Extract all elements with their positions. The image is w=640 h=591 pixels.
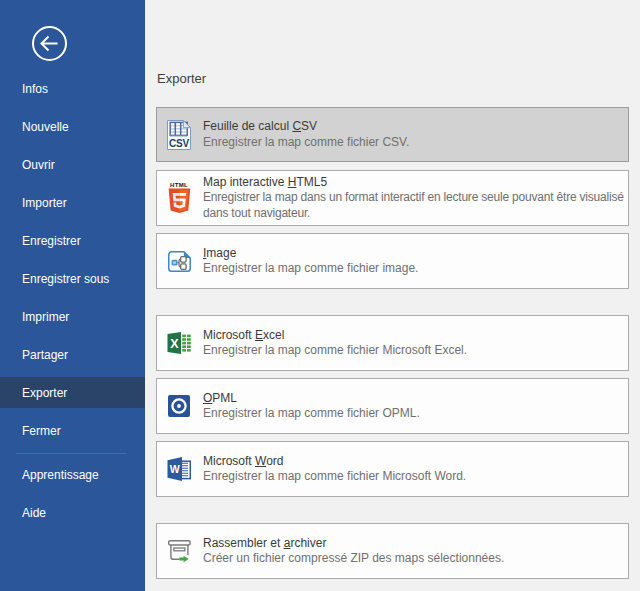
svg-text:X: X	[170, 337, 179, 351]
svg-text:HTML: HTML	[170, 182, 188, 188]
svg-text:W: W	[170, 463, 180, 475]
svg-text:CSV: CSV	[169, 138, 189, 149]
